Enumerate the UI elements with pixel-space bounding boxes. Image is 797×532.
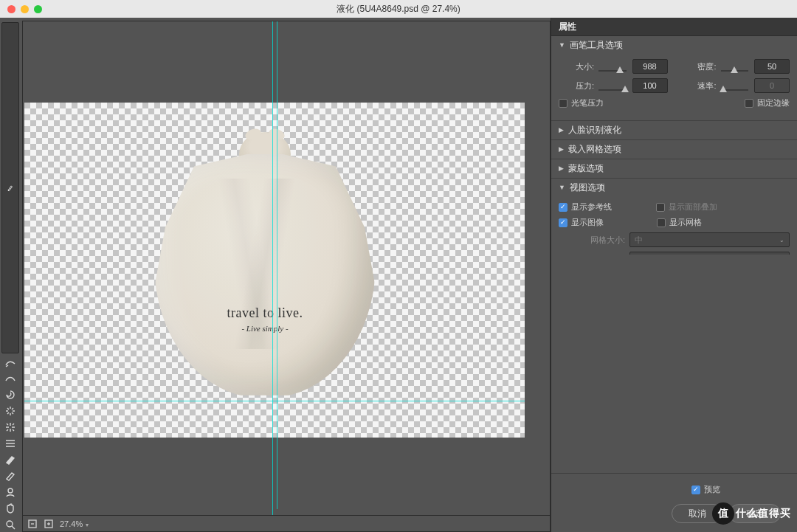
- rate-label: 速率:: [681, 80, 717, 91]
- grid-size-select: 中⌄: [629, 232, 790, 247]
- disclosure-triangle-icon: ▼: [559, 42, 565, 49]
- size-label: 大小:: [559, 61, 594, 72]
- push-left-tool[interactable]: [1, 436, 19, 451]
- panel-title: 属性: [551, 18, 797, 36]
- grid-size-label: 网格大小:: [559, 235, 625, 246]
- svg-point-0: [8, 488, 13, 493]
- bottom-bar: 27.4%▾: [23, 515, 550, 531]
- thaw-mask-tool[interactable]: [1, 469, 19, 483]
- section-face-header[interactable]: ▶人脸识别液化: [551, 121, 797, 139]
- show-image-checkbox[interactable]: 显示图像: [559, 217, 604, 228]
- bag-text-1: travel to live.: [154, 305, 376, 321]
- show-guides-checkbox[interactable]: 显示参考线: [559, 201, 612, 213]
- density-label: 密度:: [681, 61, 717, 72]
- disclosure-triangle-icon: ▶: [559, 146, 564, 153]
- toolbar: [0, 18, 21, 532]
- rate-slider[interactable]: [721, 79, 749, 92]
- disclosure-triangle-icon: ▼: [559, 184, 565, 191]
- pressure-label: 压力:: [559, 80, 594, 91]
- pressure-input[interactable]: 100: [632, 78, 668, 93]
- watermark: 值 什么值得买: [712, 502, 791, 525]
- section-view: ▼视图选项 显示参考线 显示面部叠加 显示图像 显示网格 网格大小:中⌄ 网格颜…: [551, 179, 797, 255]
- hand-tool[interactable]: [1, 501, 19, 516]
- freeze-mask-tool[interactable]: [1, 452, 19, 467]
- section-brush: ▼画笔工具选项 大小: 988 密度: 50 压力: 100: [551, 36, 797, 121]
- section-mask-header[interactable]: ▶蒙版选项: [551, 159, 797, 178]
- pucker-tool[interactable]: [1, 404, 19, 418]
- twirl-tool[interactable]: [1, 387, 19, 402]
- window-title: 液化 (5U4A8649.psd @ 27.4%): [0, 3, 797, 15]
- forward-warp-tool[interactable]: [1, 22, 19, 353]
- rate-input: 0: [754, 78, 790, 93]
- zoom-in-icon[interactable]: [44, 519, 54, 529]
- zoom-out-icon[interactable]: [27, 519, 38, 529]
- reconstruct-tool[interactable]: [1, 355, 19, 370]
- stage: travel to live. - Live simply - 27.4%▾: [22, 21, 551, 532]
- show-prev-overlay-checkbox: 显示面部叠加: [656, 201, 717, 213]
- disclosure-triangle-icon: ▶: [559, 165, 564, 172]
- bag-text-2: - Live simply -: [154, 324, 376, 333]
- watermark-text: 什么值得买: [736, 507, 791, 520]
- section-brush-header[interactable]: ▼画笔工具选项: [551, 36, 797, 55]
- pin-edges-checkbox[interactable]: 固定边缘: [745, 97, 790, 108]
- size-slider[interactable]: [598, 60, 627, 73]
- preview-checkbox[interactable]: 预览: [691, 484, 720, 495]
- titlebar: 液化 (5U4A8649.psd @ 27.4%): [0, 0, 797, 18]
- size-input[interactable]: 988: [632, 59, 668, 74]
- zoom-tool[interactable]: [1, 517, 19, 532]
- face-tool[interactable]: [1, 485, 19, 500]
- density-input[interactable]: 50: [754, 59, 790, 74]
- zoom-level[interactable]: 27.4%▾: [60, 519, 89, 528]
- section-view-header[interactable]: ▼视图选项: [551, 179, 797, 197]
- stylus-pressure-checkbox[interactable]: 光笔压力: [559, 97, 604, 108]
- section-mesh-header[interactable]: ▶载入网格选项: [551, 140, 797, 159]
- bloat-tool[interactable]: [1, 420, 19, 435]
- bag-image: travel to live. - Live simply -: [154, 132, 376, 398]
- svg-point-1: [7, 521, 13, 527]
- show-grid-checkbox[interactable]: 显示网格: [657, 217, 702, 228]
- disclosure-triangle-icon: ▶: [559, 127, 564, 134]
- canvas[interactable]: travel to live. - Live simply -: [24, 103, 525, 438]
- density-slider[interactable]: [721, 60, 749, 73]
- watermark-badge: 值: [712, 502, 734, 525]
- pressure-slider[interactable]: [598, 79, 627, 92]
- smooth-tool[interactable]: [1, 371, 19, 386]
- properties-panel: 属性 ▼画笔工具选项 大小: 988 密度: 50 压力:: [551, 18, 797, 532]
